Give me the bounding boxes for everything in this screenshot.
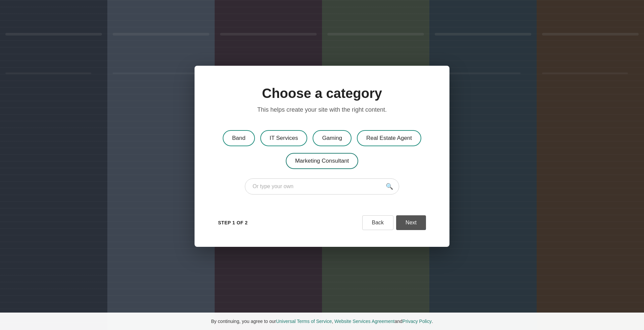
footer-buttons: Back Next	[362, 215, 426, 230]
chip-band[interactable]: Band	[223, 130, 255, 146]
wsa-link[interactable]: Website Services Agreement	[334, 319, 395, 324]
chip-it-services[interactable]: IT Services	[260, 130, 308, 146]
search-icon: 🔍	[386, 183, 393, 190]
category-search-input[interactable]	[245, 178, 399, 195]
footer-period: .	[432, 319, 433, 324]
chip-gaming[interactable]: Gaming	[313, 130, 352, 146]
back-button[interactable]: Back	[362, 215, 394, 230]
modal-footer: STEP 1 OF 2 Back Next	[218, 202, 426, 230]
tos-link[interactable]: Universal Terms of Service	[276, 319, 332, 324]
modal-title: Choose a category	[262, 86, 382, 101]
search-wrapper: 🔍	[245, 178, 399, 195]
modal-subtitle: This helps create your site with the rig…	[257, 106, 387, 113]
category-modal: Choose a category This helps create your…	[195, 66, 449, 247]
next-button[interactable]: Next	[396, 215, 426, 230]
footer-text-before: By continuing, you agree to our	[211, 319, 276, 324]
modal-overlay: Choose a category This helps create your…	[0, 0, 644, 330]
step-label: STEP 1 OF 2	[218, 220, 248, 225]
chips-row-2: Marketing Consultant	[286, 153, 359, 169]
chip-marketing-consultant[interactable]: Marketing Consultant	[286, 153, 359, 169]
footer-bar: By continuing, you agree to our Universa…	[0, 313, 644, 330]
footer-comma: ,	[332, 319, 333, 324]
chip-real-estate-agent[interactable]: Real Estate Agent	[357, 130, 421, 146]
chips-container: Band IT Services Gaming Real Estate Agen…	[223, 130, 421, 146]
privacy-policy-link[interactable]: Privacy Policy	[402, 319, 432, 324]
footer-and: and	[394, 319, 402, 324]
